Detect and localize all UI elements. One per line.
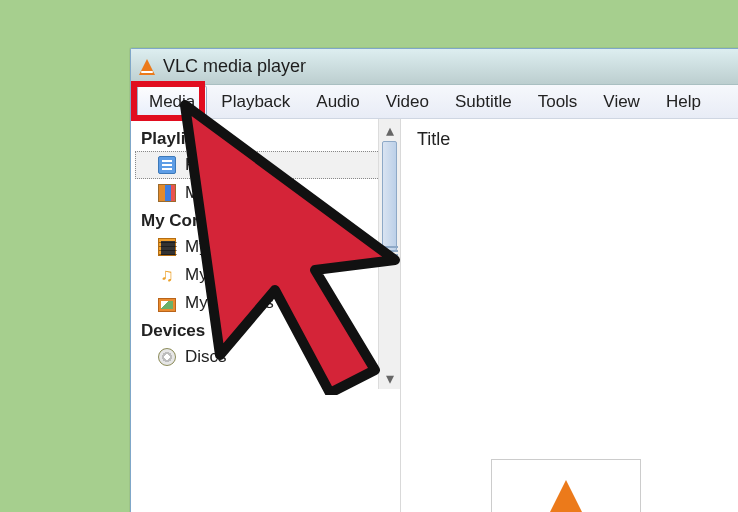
scroll-down-icon[interactable]: ▾ — [379, 367, 400, 389]
vlc-cone-icon — [542, 480, 590, 512]
sidebar-scrollbar[interactable]: ▴ ▾ — [378, 119, 400, 389]
menu-subtitle[interactable]: Subtitle — [443, 85, 524, 118]
sidebar-item-label: Playlist — [185, 155, 239, 175]
vlc-cone-icon — [139, 59, 155, 75]
column-header-title[interactable]: Title — [417, 129, 738, 150]
sidebar-item-label: My Pictures — [185, 293, 274, 313]
library-icon — [157, 183, 177, 203]
menu-playback[interactable]: Playback — [209, 85, 302, 118]
titlebar[interactable]: VLC media player — [131, 49, 738, 85]
sidebar-item-label: My Music — [185, 265, 257, 285]
content-area: Playlist Playlist Media Library My Compu… — [131, 119, 738, 512]
sidebar-item-label: Discs — [185, 347, 227, 367]
sidebar: Playlist Playlist Media Library My Compu… — [131, 119, 401, 512]
sidebar-item-playlist[interactable]: Playlist — [135, 151, 396, 179]
playlist-icon — [157, 155, 177, 175]
window-title: VLC media player — [163, 56, 306, 77]
menubar: Media Playback Audio Video Subtitle Tool… — [131, 85, 738, 119]
sidebar-item-discs[interactable]: Discs — [135, 343, 396, 371]
menu-help[interactable]: Help — [654, 85, 713, 118]
menu-media[interactable]: Media — [137, 85, 207, 118]
menu-video[interactable]: Video — [374, 85, 441, 118]
sidebar-item-media-library[interactable]: Media Library — [135, 179, 396, 207]
section-header-devices: Devices — [135, 317, 396, 343]
main-panel: Title — [401, 119, 738, 512]
menu-tools[interactable]: Tools — [526, 85, 590, 118]
section-header-my-computer: My Computer — [135, 207, 396, 233]
scroll-up-icon[interactable]: ▴ — [379, 119, 400, 141]
menu-view[interactable]: View — [591, 85, 652, 118]
sidebar-item-label: Media Library — [185, 183, 288, 203]
menu-audio[interactable]: Audio — [304, 85, 371, 118]
sidebar-item-my-videos[interactable]: My Videos — [135, 233, 396, 261]
scroll-thumb[interactable] — [382, 141, 397, 251]
section-header-playlist: Playlist — [135, 125, 396, 151]
pictures-icon — [157, 293, 177, 313]
scroll-grip-icon — [381, 244, 398, 258]
sidebar-item-my-pictures[interactable]: My Pictures — [135, 289, 396, 317]
video-icon — [157, 237, 177, 257]
disc-icon — [157, 347, 177, 367]
music-icon: ♫ — [157, 265, 177, 285]
sidebar-item-label: My Videos — [185, 237, 264, 257]
media-thumbnail[interactable] — [491, 459, 641, 512]
sidebar-item-my-music[interactable]: ♫ My Music — [135, 261, 396, 289]
app-window: VLC media player Media Playback Audio Vi… — [130, 48, 738, 512]
